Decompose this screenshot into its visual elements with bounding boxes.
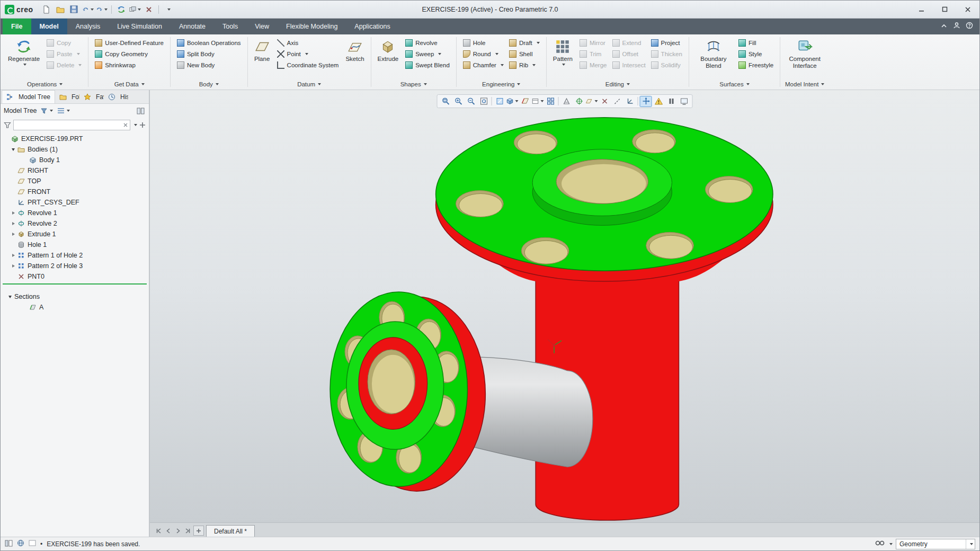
shapes-group-menu[interactable]: Shapes [371,79,456,90]
shell-button[interactable]: Shell [506,48,542,59]
customize-qat-button[interactable] [163,4,174,15]
tree-item[interactable]: FRONT [1,186,149,197]
collapse-ribbon-icon[interactable] [940,22,948,31]
operations-group-menu[interactable]: Operations [2,79,88,90]
save-button[interactable] [68,4,80,15]
round-button[interactable]: Round [460,48,506,59]
engineering-group-menu[interactable]: Engineering [457,79,546,90]
regenerate-button[interactable]: Regenerate [5,37,42,67]
split-body-button[interactable]: Split Body [174,48,244,59]
browser-toggle-icon[interactable] [17,539,24,548]
annotation-display-icon[interactable] [560,96,573,107]
freestyle-button[interactable]: Freestyle [736,59,776,70]
body-group-menu[interactable]: Body [171,79,247,90]
tree-item[interactable]: RIGHT [1,165,149,176]
draft-dropdown-arrow[interactable] [537,42,540,44]
tab-flexible-modeling[interactable]: Flexible Modeling [278,19,346,34]
next-window-tab-icon[interactable] [173,525,183,537]
tree-item[interactable]: TOP [1,176,149,186]
editing-group-menu[interactable]: Editing [547,79,689,90]
dragger-icon[interactable] [640,96,652,107]
expander-icon[interactable] [10,231,16,237]
datum-display-icon[interactable] [586,96,598,107]
user-icon[interactable] [953,22,960,31]
tab-annotate[interactable]: Annotate [171,19,214,34]
open-button[interactable] [55,4,66,15]
merge-button[interactable]: Merge [577,59,610,70]
tab-favorites[interactable]: Fav [79,90,104,103]
expander-icon[interactable] [10,220,16,227]
help-icon[interactable] [966,22,973,31]
style-button[interactable]: Style [736,48,776,59]
find-dropdown-arrow[interactable] [889,543,893,545]
display-style-icon[interactable] [506,96,519,107]
point-dropdown-arrow[interactable] [305,53,308,55]
get-data-group-menu[interactable]: Get Data [88,79,170,90]
tab-applications[interactable]: Applications [346,19,398,34]
3d-viewport[interactable] [150,90,979,522]
tree-item[interactable]: Body 1 [1,155,149,165]
minimize-button[interactable] [910,1,933,18]
boundary-blend-button[interactable]: Boundary Blend [693,37,734,71]
pattern-dropdown-arrow[interactable] [562,64,565,66]
project-button[interactable]: Project [648,37,685,48]
plane-button[interactable]: Plane [252,37,273,64]
swept-blend-button[interactable]: Swept Blend [403,59,452,70]
tree-item[interactable]: Revolve 2 [1,218,149,229]
tab-folder-browser[interactable]: Fol [55,90,79,103]
rib-button[interactable]: Rib [506,59,542,70]
coordinate-system-button[interactable]: Coordinate System [274,59,342,70]
expander-icon[interactable] [7,294,13,300]
windows-button[interactable] [129,4,141,15]
mirror-button[interactable]: Mirror [577,37,610,48]
tree-item[interactable]: Pattern 1 of Hole 2 [1,250,149,261]
windows-dropdown-arrow[interactable] [138,8,141,11]
rib-dropdown-arrow[interactable] [532,64,536,66]
redo-button[interactable] [96,4,108,15]
tab-model[interactable]: Model [31,19,67,34]
tab-model-tree[interactable]: Model Tree [2,90,55,103]
tree-display-options-button[interactable] [56,107,71,114]
sweep-button[interactable]: Sweep [403,48,452,59]
solidify-button[interactable]: Solidify [648,59,685,70]
full-screen-toggle-icon[interactable] [29,540,36,548]
section-view-icon[interactable] [519,96,531,107]
surfaces-group-menu[interactable]: Surfaces [689,79,780,90]
component-interface-button[interactable]: Component Interface [784,37,825,71]
screen-icon[interactable] [678,96,690,107]
maximize-button[interactable] [933,1,956,18]
first-window-tab-icon[interactable] [154,525,164,537]
previous-window-tab-icon[interactable] [164,525,173,537]
expander-icon[interactable] [10,146,16,153]
repaint-icon[interactable] [494,96,506,107]
extend-button[interactable]: Extend [610,37,648,48]
warning-icon[interactable] [653,96,665,107]
tree-item[interactable]: PNT0 [1,271,149,282]
tab-view[interactable]: View [246,19,278,34]
regenerate-dropdown-arrow[interactable] [23,64,26,66]
undo-dropdown-arrow[interactable] [91,8,94,11]
add-filter-icon[interactable] [139,122,146,128]
csys-display-icon[interactable] [624,96,636,107]
point-display-icon[interactable] [599,96,611,107]
chamfer-button[interactable]: Chamfer [460,59,506,70]
trim-button[interactable]: Trim [577,48,610,59]
3d-model-flanged-fitting[interactable] [150,90,979,522]
fill-button[interactable]: Fill [736,37,776,48]
model-intent-group-menu[interactable]: Model Intent [780,79,829,90]
model-tree-filter-input[interactable] [15,121,123,129]
refit-icon[interactable] [478,96,490,107]
tree-filters-button[interactable] [39,106,54,115]
tree-item[interactable]: PRT_CSYS_DEF [1,197,149,208]
filter-dropdown-arrow[interactable] [134,124,137,126]
revolve-button[interactable]: Revolve [403,37,452,48]
tree-item[interactable]: A [1,302,149,313]
undo-button[interactable] [82,4,94,15]
draft-button[interactable]: Draft [506,37,542,48]
zoom-in-icon[interactable] [452,96,465,107]
redo-dropdown-arrow[interactable] [104,8,108,11]
tree-columns-button[interactable] [136,107,146,115]
chamfer-dropdown-arrow[interactable] [501,64,504,66]
tree-item[interactable]: Sections [1,291,149,302]
tree-item[interactable]: Hole 1 [1,239,149,250]
